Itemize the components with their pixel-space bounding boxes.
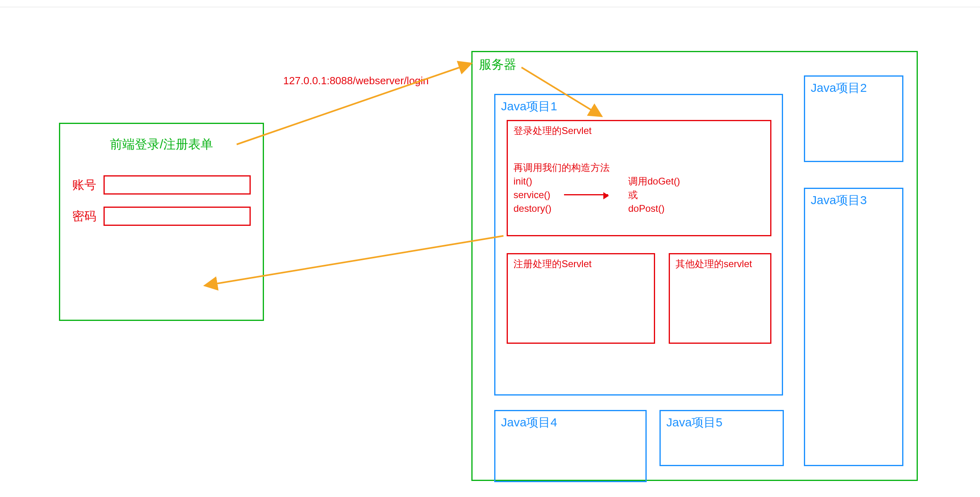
java-project-1: Java项目1 登录处理的Servlet 再调用我们的构造方法 init() s… <box>494 94 783 396</box>
account-input[interactable] <box>103 175 251 195</box>
client-form-box: 前端登录/注册表单 账号 密码 <box>59 123 264 321</box>
server-title: 服务器 <box>479 56 516 73</box>
java-project-5: Java项目5 <box>659 410 784 466</box>
lifecycle-init: init() <box>513 175 532 188</box>
java-project-3-label: Java项目3 <box>811 192 867 209</box>
other-servlet-title: 其他处理的servlet <box>676 258 752 270</box>
other-servlet-box: 其他处理的servlet <box>669 253 771 344</box>
password-row: 密码 <box>72 207 251 226</box>
login-servlet-box: 登录处理的Servlet 再调用我们的构造方法 init() service()… <box>507 120 771 236</box>
dispatch-doget: 调用doGet() <box>628 175 680 188</box>
java-project-3: Java项目3 <box>804 188 903 466</box>
java-project-5-label: Java项目5 <box>666 414 722 431</box>
lifecycle-intro: 再调用我们的构造方法 <box>513 161 610 174</box>
register-servlet-box: 注册处理的Servlet <box>507 253 655 344</box>
service-arrow <box>564 194 608 195</box>
login-servlet-title: 登录处理的Servlet <box>513 124 592 137</box>
top-separator <box>0 7 980 7</box>
java-project-4-label: Java项目4 <box>501 414 557 431</box>
register-servlet-title: 注册处理的Servlet <box>513 258 592 270</box>
java-project-2-label: Java项目2 <box>811 80 867 96</box>
password-input[interactable] <box>103 207 251 226</box>
java-project-2: Java项目2 <box>804 75 903 162</box>
client-form-title: 前端登录/注册表单 <box>60 136 263 153</box>
dispatch-or: 或 <box>628 189 638 201</box>
dispatch-dopost: doPost() <box>628 202 665 215</box>
account-row: 账号 <box>72 175 251 195</box>
password-label: 密码 <box>72 208 103 225</box>
server-box: 服务器 Java项目1 登录处理的Servlet 再调用我们的构造方法 init… <box>471 51 918 481</box>
lifecycle-service: service() <box>513 189 550 201</box>
java-project-1-label: Java项目1 <box>501 98 557 115</box>
request-url-label: 127.0.0.1:8088/webserver/login <box>283 75 429 87</box>
lifecycle-destory: destory() <box>513 202 552 215</box>
java-project-4: Java项目4 <box>494 410 647 482</box>
account-label: 账号 <box>72 177 103 193</box>
